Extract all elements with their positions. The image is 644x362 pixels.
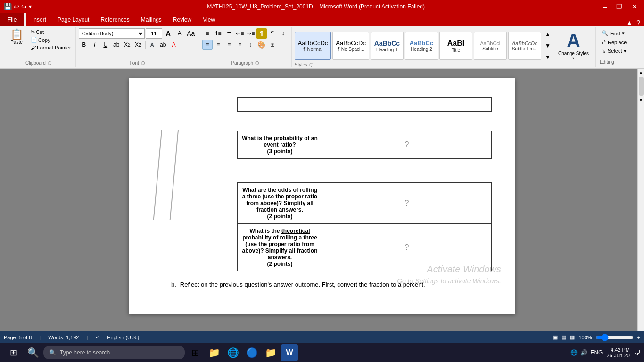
line-spacing-button[interactable]: ↕ <box>246 40 256 50</box>
italic-button[interactable]: I <box>90 40 100 50</box>
style-heading2-button[interactable]: AaBbCc Heading 2 <box>405 32 438 60</box>
help-icon[interactable]: ? <box>636 19 640 26</box>
style-title-button[interactable]: AaBl Title <box>439 32 472 60</box>
odds-question-cell[interactable]: What are the odds of rolling a three (us… <box>238 183 322 224</box>
edge-browser-icon[interactable]: 🌐 <box>224 344 241 361</box>
zoom-in-icon[interactable]: + <box>637 335 640 340</box>
styles-more-button[interactable]: ▼ <box>543 52 553 62</box>
tab-view[interactable]: View <box>197 13 221 26</box>
scrollbar-right[interactable]: ▲ ▼ <box>637 69 644 331</box>
folder-icon[interactable]: 📁 <box>262 344 279 361</box>
font-size-input[interactable] <box>146 28 162 39</box>
styles-scroll-down-button[interactable]: ▼ <box>543 41 553 51</box>
notification-icon[interactable]: 🗨 <box>634 349 640 356</box>
show-hide-button[interactable]: ¶ <box>267 28 278 39</box>
undo-icon[interactable]: ↩ <box>14 3 19 10</box>
task-view-button[interactable]: ⊞ <box>187 344 204 361</box>
justify-button[interactable]: ≡ <box>235 40 245 50</box>
tab-review[interactable]: Review <box>167 13 197 26</box>
shading-button[interactable]: 🎨 <box>256 40 267 50</box>
format-painter-button[interactable]: 🖌 Format Painter <box>29 44 73 51</box>
numbering-button[interactable]: 1≡ <box>213 28 223 39</box>
clipboard-expand-icon[interactable]: ⬡ <box>48 60 52 66</box>
minimize-button[interactable]: – <box>600 2 610 11</box>
styles-scroll-up-button[interactable]: ▲ <box>543 29 553 40</box>
view-full-icon[interactable]: ▤ <box>561 334 566 340</box>
save-icon[interactable]: 💾 <box>4 3 12 10</box>
maximize-button[interactable]: ❐ <box>613 2 625 11</box>
header-cell-2[interactable] <box>322 98 492 112</box>
clear-format-button[interactable]: Aa <box>186 28 196 39</box>
paste-button[interactable]: 📋 Paste <box>5 28 28 46</box>
styles-expand-icon[interactable]: ⬡ <box>309 62 314 67</box>
increase-indent-button[interactable]: ⇒≡ <box>246 28 256 39</box>
redo-icon[interactable]: ↪ <box>21 3 27 10</box>
text-effect-button[interactable]: A <box>147 40 157 50</box>
copy-button[interactable]: 📄 Copy <box>29 36 73 43</box>
tab-page-layout[interactable]: Page Layout <box>52 13 95 26</box>
copy-icon: 📄 <box>31 37 37 43</box>
tab-insert[interactable]: Insert <box>26 13 52 26</box>
sort-button[interactable]: ¶ <box>256 28 267 39</box>
start-button[interactable]: ⊞ <box>4 343 23 362</box>
theoretical-question-cell[interactable]: What is the theoretical probability of r… <box>238 224 322 272</box>
subscript-button[interactable]: X2 <box>122 40 132 50</box>
font-grow-button[interactable]: A <box>163 28 173 39</box>
probability-answer-cell[interactable]: ? <box>322 131 492 159</box>
cut-button[interactable]: ✂ Cut <box>29 28 73 35</box>
para-marks-button[interactable]: ↕ <box>278 28 289 39</box>
taskbar-search-box[interactable]: 🔍 Type here to search <box>43 346 185 359</box>
network-icon[interactable]: 🌐 <box>570 349 578 356</box>
close-button[interactable]: ✕ <box>629 2 640 11</box>
scroll-thumb[interactable] <box>639 77 644 96</box>
style-normal-button[interactable]: AaBbCcDc ¶ Normal <box>295 32 331 60</box>
align-right-button[interactable]: ≡ <box>224 40 234 50</box>
style-subtle-button[interactable]: AaBbCcDc Subtle Em... <box>508 32 541 60</box>
view-print-icon[interactable]: ▣ <box>553 334 558 340</box>
underline-button[interactable]: U <box>100 40 111 50</box>
tab-references[interactable]: References <box>95 13 135 26</box>
decrease-indent-button[interactable]: ⇐≡ <box>235 28 245 39</box>
multilevel-list-button[interactable]: ≣ <box>224 28 234 39</box>
text-highlight-button[interactable]: ab <box>158 40 168 50</box>
view-web-icon[interactable]: ▦ <box>570 334 575 340</box>
scroll-up-button[interactable]: ▲ <box>638 69 644 76</box>
volume-icon[interactable]: 🔊 <box>580 349 587 356</box>
word-icon[interactable]: W <box>281 344 298 361</box>
font-color-button[interactable]: A <box>169 40 179 50</box>
bold-button[interactable]: B <box>79 40 89 50</box>
change-styles-button[interactable]: A Change Styles ▾ <box>554 29 593 62</box>
style-subtitle-button[interactable]: AaBbCcl Subtitle <box>474 32 507 60</box>
zoom-slider[interactable] <box>596 334 634 341</box>
odds-answer-cell[interactable]: ? <box>322 183 492 224</box>
font-expand-icon[interactable]: ⬡ <box>141 60 145 66</box>
align-left-button[interactable]: ≡ <box>202 40 213 50</box>
file-explorer-icon[interactable]: 📁 <box>206 344 223 361</box>
document-page[interactable]: What is the probability of an event rati… <box>129 78 515 314</box>
scroll-down-button[interactable]: ▼ <box>638 97 644 104</box>
select-button[interactable]: ↘ Select ▾ <box>600 47 628 55</box>
style-nospace-button[interactable]: AaBbCcDc ¶ No Spaci... <box>332 32 369 60</box>
strikethrough-button[interactable]: ab <box>111 40 122 50</box>
paragraph-expand-icon[interactable]: ⬡ <box>255 60 259 66</box>
spell-check-icon[interactable]: ✓ <box>95 334 99 340</box>
chrome-icon[interactable]: 🔵 <box>243 344 260 361</box>
tab-mailings[interactable]: Mailings <box>135 13 167 26</box>
header-cell-1[interactable] <box>238 98 322 112</box>
bullets-button[interactable]: ≡ <box>202 28 213 39</box>
align-center-button[interactable]: ≡ <box>213 40 223 50</box>
replace-button[interactable]: ⇄ Replace <box>600 38 628 46</box>
probability-question-cell[interactable]: What is the probability of an event rati… <box>238 131 322 159</box>
clock[interactable]: 4:42 PM 26-Jun-20 <box>606 347 630 358</box>
ribbon-collapse-icon[interactable]: ▲ <box>626 19 633 26</box>
superscript-button[interactable]: X2 <box>133 40 143 50</box>
search-button[interactable]: 🔍 <box>25 344 41 361</box>
font-family-select[interactable]: Calibri (Body) <box>79 28 145 39</box>
find-button[interactable]: 🔍 Find ▾ <box>600 29 628 37</box>
battery-icon[interactable]: ENG <box>590 349 603 356</box>
theoretical-answer-cell[interactable]: ? <box>322 224 492 272</box>
style-heading1-button[interactable]: AaBbCc Heading 1 <box>371 32 404 60</box>
file-tab[interactable]: File <box>0 13 24 26</box>
borders-button[interactable]: ⊞ <box>267 40 278 50</box>
font-shrink-button[interactable]: A <box>174 28 185 39</box>
